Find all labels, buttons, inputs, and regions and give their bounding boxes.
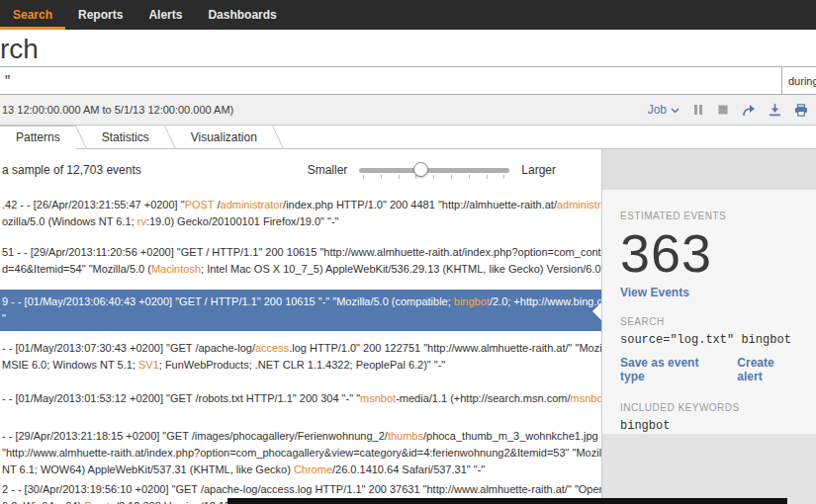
sample-size-text: a sample of 12,703 events [0, 163, 308, 177]
tab-patterns[interactable]: Patterns [0, 126, 76, 148]
app-nav-bar: Search Reports Alerts Dashboards [0, 0, 816, 30]
job-menu-button[interactable]: Job [648, 103, 680, 117]
event-row-selected[interactable]: 9 - - [01/May/2013:06:40:43 +0200] "GET … [0, 290, 601, 331]
event-row[interactable]: - - [01/May/2013:01:53:12 +0200] "GET /r… [0, 390, 601, 407]
nav-item-reports[interactable]: Reports [65, 0, 136, 30]
pattern-granularity-slider[interactable] [359, 168, 509, 173]
event-row[interactable]: .42 - - [26/Apr/2013:21:55:47 +0200] "PO… [0, 197, 601, 230]
bottom-black-strip [227, 498, 787, 504]
slider-smaller-label: Smaller [308, 163, 348, 177]
pause-icon[interactable] [692, 104, 704, 116]
sidebar-top-block [602, 149, 816, 190]
sample-bar: a sample of 12,703 events Smaller Larger [0, 149, 601, 191]
search-bar: " during . [0, 66, 816, 95]
slider-larger-label: Larger [521, 163, 556, 177]
nav-item-alerts[interactable]: Alerts [136, 0, 195, 30]
included-keywords-label: INCLUDED KEYWORDS [620, 401, 798, 415]
job-bar: 13 12:00:00.000 AM to 5/1/13 12:00:00.00… [0, 95, 816, 126]
estimated-events-value: 363 [620, 223, 798, 283]
nav-item-search[interactable]: Search [0, 0, 65, 30]
tab-visualization[interactable]: Visualization [175, 126, 273, 148]
time-range-note: 13 12:00:00.000 AM to 5/1/13 12:00:00.00… [2, 104, 233, 116]
page-title: rch [0, 30, 816, 65]
slider-handle[interactable] [413, 162, 428, 177]
event-row[interactable]: - - [29/Apr/2013:21:18:15 +0200] "GET /i… [0, 428, 601, 478]
search-input[interactable]: " [0, 67, 781, 94]
tab-statistics[interactable]: Statistics [86, 126, 165, 148]
chevron-down-icon [671, 103, 680, 117]
event-list: .42 - - [26/Apr/2013:21:55:47 +0200] "PO… [0, 191, 601, 504]
download-icon[interactable] [769, 104, 781, 117]
estimated-events-label: ESTIMATED EVENTS [620, 210, 798, 223]
print-icon[interactable] [794, 104, 808, 117]
view-events-link[interactable]: View Events [620, 286, 689, 299]
time-range-picker[interactable]: during . [781, 67, 816, 94]
search-label: SEARCH [620, 315, 798, 329]
title-row: rch [0, 30, 816, 66]
sidebar-bottom-block [602, 434, 816, 504]
event-row[interactable]: 51 - - [29/Apr/2013:11:20:56 +0200] "GET… [0, 244, 601, 278]
event-row[interactable]: - - [01/May/2013:07:30:43 +0200] "GET /a… [0, 340, 601, 374]
save-event-type-link[interactable]: Save as event type [620, 356, 719, 383]
slider-ticks [363, 175, 505, 179]
share-icon[interactable] [742, 104, 756, 117]
create-alert-link[interactable]: Create alert [737, 356, 798, 383]
nav-item-dashboards[interactable]: Dashboards [195, 0, 289, 30]
pattern-detail-sidebar: ESTIMATED EVENTS 363 View Events SEARCH … [601, 149, 816, 504]
pattern-search-query: source="log.txt" bingbot [620, 332, 798, 348]
results-tab-bar: Patterns Statistics Visualization [0, 126, 816, 149]
stop-icon[interactable] [717, 104, 729, 116]
job-menu-label: Job [648, 103, 667, 117]
included-keywords-value: bingbot [620, 418, 798, 434]
patterns-main-panel: a sample of 12,703 events Smaller Larger… [0, 149, 601, 504]
